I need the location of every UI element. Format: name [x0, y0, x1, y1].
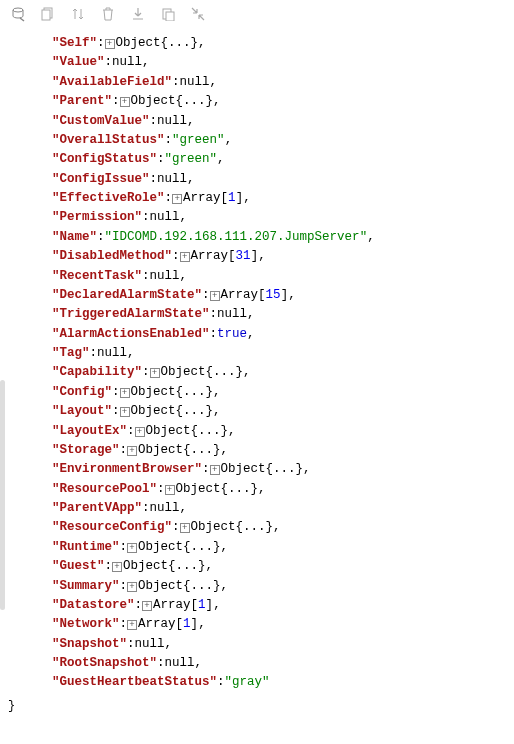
bracket-close: ] [236, 191, 244, 205]
property-row: DisabledMethod:+Array[31], [30, 247, 514, 266]
property-key: LayoutEx [52, 424, 127, 438]
colon: : [172, 249, 180, 263]
expand-icon[interactable]: + [180, 252, 190, 262]
download-icon[interactable] [130, 6, 146, 22]
sort-icon[interactable] [70, 6, 86, 22]
comma: , [243, 191, 251, 205]
property-row: AvailableField:null, [30, 73, 514, 92]
comma: , [195, 656, 203, 670]
expand-icon[interactable]: + [180, 523, 190, 533]
property-key: ConfigStatus [52, 152, 157, 166]
boolean-value: true [217, 327, 247, 341]
colon: : [120, 579, 128, 593]
null-value: null [97, 346, 127, 360]
expand-icon[interactable]: + [135, 427, 145, 437]
colon: : [142, 269, 150, 283]
null-value: null [112, 55, 142, 69]
copy-icon[interactable] [40, 6, 56, 22]
property-key: ResourceConfig [52, 520, 172, 534]
colon: : [157, 482, 165, 496]
null-value: null [150, 210, 180, 224]
expand-icon[interactable]: + [105, 39, 115, 49]
property-key: Snapshot [52, 637, 127, 651]
colon: : [142, 365, 150, 379]
collapse-icon[interactable] [190, 6, 206, 22]
property-row: Self:+Object{...}, [30, 34, 514, 53]
expand-icon[interactable]: + [172, 194, 182, 204]
array-label[interactable]: Array [138, 617, 176, 631]
object-label[interactable]: Object{...} [138, 443, 221, 457]
object-label[interactable]: Object{...} [131, 385, 214, 399]
svg-point-0 [13, 8, 23, 12]
object-label[interactable]: Object{...} [131, 94, 214, 108]
property-row: LayoutEx:+Object{...}, [30, 422, 514, 441]
property-row: EffectiveRole:+Array[1], [30, 189, 514, 208]
object-label[interactable]: Object{...} [191, 520, 274, 534]
object-label[interactable]: Object{...} [116, 36, 199, 50]
array-label[interactable]: Array [183, 191, 221, 205]
property-row: ResourcePool:+Object{...}, [30, 480, 514, 499]
expand-icon[interactable]: + [127, 446, 137, 456]
expand-icon[interactable]: + [120, 97, 130, 107]
expand-icon[interactable]: + [127, 582, 137, 592]
bracket-open: [ [176, 617, 184, 631]
array-label[interactable]: Array [221, 288, 259, 302]
bracket-close: ] [281, 288, 289, 302]
object-label[interactable]: Object{...} [131, 404, 214, 418]
comma: , [228, 424, 236, 438]
comma: , [288, 288, 296, 302]
colon: : [90, 346, 98, 360]
comma: , [198, 617, 206, 631]
colon: : [142, 501, 150, 515]
property-key: DeclaredAlarmState [52, 288, 202, 302]
expand-icon[interactable]: + [120, 388, 130, 398]
object-label[interactable]: Object{...} [176, 482, 259, 496]
property-key: ParentVApp [52, 501, 142, 515]
array-count: 1 [198, 598, 206, 612]
property-row: TriggeredAlarmState:null, [30, 305, 514, 324]
object-label[interactable]: Object{...} [146, 424, 229, 438]
comma: , [221, 443, 229, 457]
expand-icon[interactable]: + [210, 465, 220, 475]
clipboard-icon[interactable] [160, 6, 176, 22]
comma: , [221, 579, 229, 593]
object-label[interactable]: Object{...} [138, 579, 221, 593]
colon: : [157, 152, 165, 166]
expand-icon[interactable]: + [210, 291, 220, 301]
property-key: Guest [52, 559, 105, 573]
property-key: Datastore [52, 598, 135, 612]
colon: : [105, 55, 113, 69]
colon: : [157, 656, 165, 670]
property-row: Config:+Object{...}, [30, 383, 514, 402]
bracket-open: [ [258, 288, 266, 302]
object-label[interactable]: Object{...} [221, 462, 304, 476]
colon: : [210, 327, 218, 341]
object-label[interactable]: Object{...} [138, 540, 221, 554]
database-icon[interactable] [10, 6, 26, 22]
expand-icon[interactable]: + [112, 562, 122, 572]
object-label[interactable]: Object{...} [123, 559, 206, 573]
comma: , [303, 462, 311, 476]
comma: , [221, 540, 229, 554]
comma: , [243, 365, 251, 379]
null-value: null [165, 656, 195, 670]
trash-icon[interactable] [100, 6, 116, 22]
scrollbar[interactable] [0, 380, 5, 610]
expand-icon[interactable]: + [127, 620, 137, 630]
toolbar [0, 0, 514, 28]
expand-icon[interactable]: + [120, 407, 130, 417]
array-label[interactable]: Array [191, 249, 229, 263]
expand-icon[interactable]: + [150, 368, 160, 378]
property-row: Tag:null, [30, 344, 514, 363]
object-label[interactable]: Object{...} [161, 365, 244, 379]
comma: , [225, 133, 233, 147]
expand-icon[interactable]: + [165, 485, 175, 495]
expand-icon[interactable]: + [142, 601, 152, 611]
expand-icon[interactable]: + [127, 543, 137, 553]
colon: : [165, 191, 173, 205]
null-value: null [157, 172, 187, 186]
array-label[interactable]: Array [153, 598, 191, 612]
colon: : [217, 675, 225, 689]
comma: , [210, 75, 218, 89]
null-value: null [180, 75, 210, 89]
